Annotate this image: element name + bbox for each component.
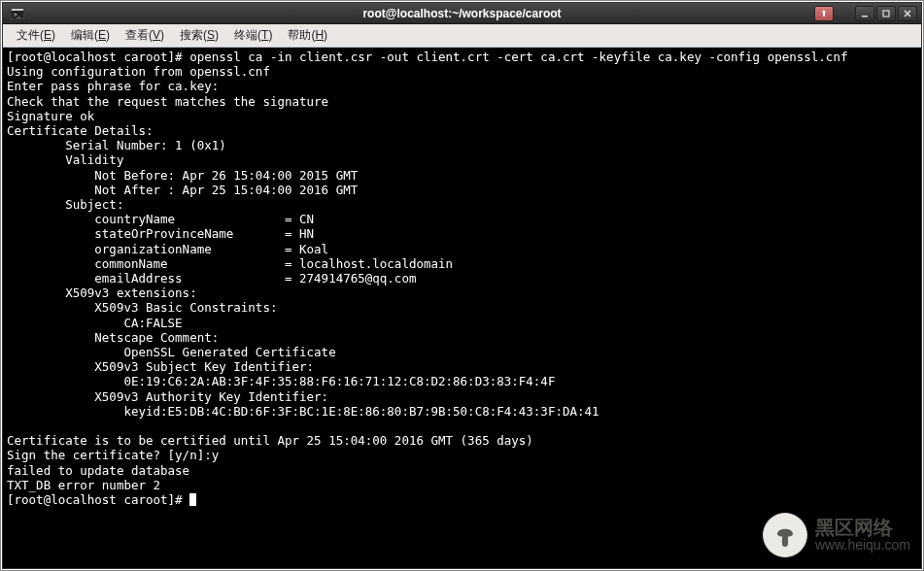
terminal-cursor xyxy=(189,493,196,506)
menu-file[interactable]: 文件(E) xyxy=(9,24,63,47)
maximize-button[interactable] xyxy=(876,6,896,21)
close-button[interactable] xyxy=(898,6,917,21)
titlebar[interactable]: >_ root@localhost:~/workspace/caroot xyxy=(3,3,921,24)
window-title: root@localhost:~/workspace/caroot xyxy=(362,7,561,20)
pin-button[interactable] xyxy=(814,6,834,21)
menubar: 文件(E) 编辑(E) 查看(V) 搜索(S) 终端(T) 帮助(H) xyxy=(3,24,921,48)
menu-search[interactable]: 搜索(S) xyxy=(172,24,226,47)
menu-help[interactable]: 帮助(H) xyxy=(280,24,335,47)
terminal-window: >_ root@localhost:~/workspace/caroot 文件(… xyxy=(2,2,922,569)
svg-rect-4 xyxy=(883,11,889,17)
menu-terminal[interactable]: 终端(T) xyxy=(226,24,280,47)
terminal-icon: >_ xyxy=(9,7,26,20)
menu-view[interactable]: 查看(V) xyxy=(118,24,172,47)
svg-rect-3 xyxy=(862,16,868,17)
svg-text:>_: >_ xyxy=(14,11,21,18)
terminal-content: [root@localhost caroot]# openssl ca -in … xyxy=(7,50,917,507)
minimize-button[interactable] xyxy=(855,6,874,21)
terminal-area[interactable]: [root@localhost caroot]# openssl ca -in … xyxy=(3,48,921,568)
menu-edit[interactable]: 编辑(E) xyxy=(63,24,118,47)
